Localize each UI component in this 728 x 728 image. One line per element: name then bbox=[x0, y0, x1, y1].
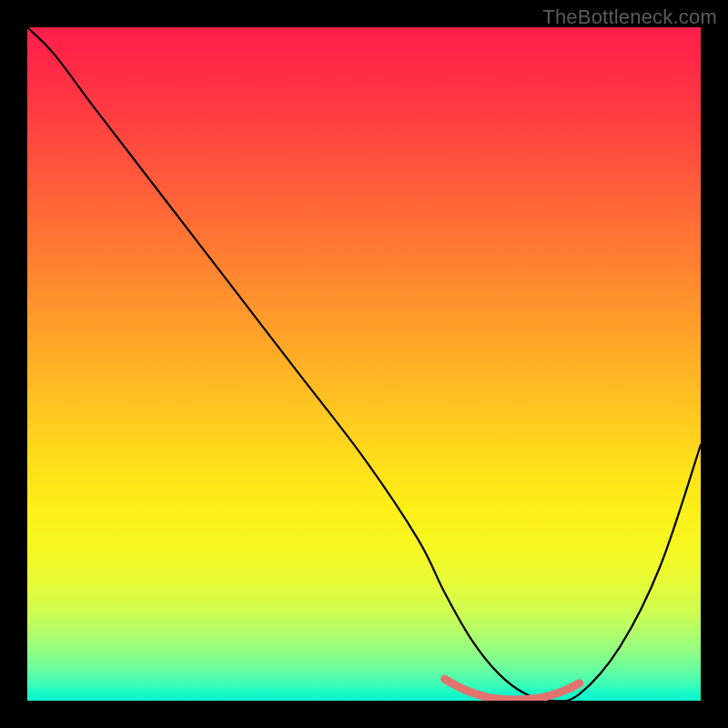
curve-layer bbox=[27, 27, 701, 701]
bottleneck-curve bbox=[27, 27, 701, 701]
plot-area bbox=[27, 27, 701, 701]
optimal-zone-highlight bbox=[445, 679, 580, 700]
watermark-text: TheBottleneck.com bbox=[542, 5, 717, 29]
chart-container: TheBottleneck.com bbox=[0, 0, 728, 728]
